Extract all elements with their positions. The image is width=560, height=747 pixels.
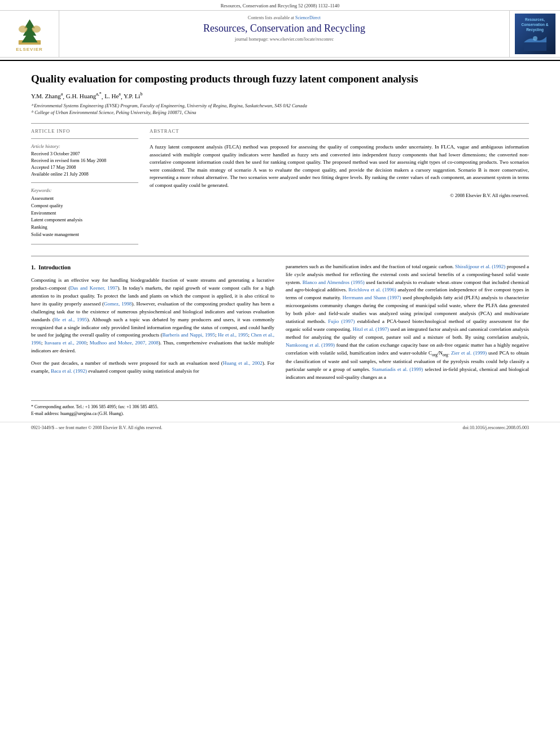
abstract-column: ABSTRACT A fuzzy latent component analys… (150, 128, 529, 249)
section1-number: 1. (31, 264, 36, 270)
affiliation-b: ᵇ College of Urban Environmental Science… (31, 110, 529, 116)
footnote-email: E-mail address: huangg@uregina.ca (G.H. … (31, 410, 529, 417)
ref-itavaara[interactable]: Itavaara et al., 2000 (45, 340, 86, 346)
journal-citation: Resources, Conservation and Recycling 52… (0, 0, 560, 10)
ref-huang-2002[interactable]: Huang et al., 2002 (223, 360, 262, 366)
ref-mudhoo[interactable]: Mudhoo and Mohee, 2007, 2008 (90, 340, 159, 346)
footer-area: * Corresponding author. Tel.: +1 306 585… (0, 400, 560, 417)
ref-namkoong[interactable]: Namkoong et al. (1999) (286, 342, 335, 348)
keywords-list: Assessment Compost quality Environment L… (31, 195, 138, 238)
history-group: Article history: Received 3 October 2007… (31, 143, 138, 177)
ref-gomez[interactable]: Gomez, 1998 (104, 301, 132, 307)
author-huang: G.H. Huanga,* (66, 93, 102, 99)
article-info-label: ARTICLE INFO (31, 128, 138, 134)
ref-zier[interactable]: Zier et al. (1999) (451, 350, 487, 356)
section1-heading: 1. Introduction (31, 263, 274, 272)
journal-cover-area: Resources, Conservation & Recycling (509, 11, 560, 57)
body-para-1: Composting is an effective way for handl… (31, 277, 274, 355)
sciencedirect-notice: Contents lists available at ScienceDirec… (68, 15, 501, 20)
article-title: Quality evaluation for composting produc… (31, 72, 529, 86)
affiliation-a: ᵃ Environmental Systems Engineering (EVS… (31, 103, 529, 110)
page: Resources, Conservation and Recycling 52… (0, 0, 560, 747)
ref-blanco[interactable]: Blanco and Almendros (1995) (303, 279, 365, 285)
keyword-assessment: Assessment (31, 195, 138, 202)
body-left-column: 1. Introduction Composting is an effecti… (31, 263, 274, 387)
svg-rect-5 (524, 42, 546, 51)
author-li: Y.P. Lib (124, 93, 142, 99)
journal-homepage: journal homepage: www.elsevier.com/locat… (68, 37, 501, 42)
ref-hitzl[interactable]: Hitzl et al. (1997) (353, 326, 389, 332)
body-para-3: parameters such as the humification inde… (286, 263, 529, 382)
body-para-2: Over the past decades, a number of metho… (31, 360, 274, 375)
ref-shiralijpour[interactable]: Shiralijpour et al. (1992) (455, 264, 505, 269)
ref-he-1995b[interactable]: He et al., 1995 (218, 332, 248, 338)
elsevier-wordmark: ELSEVIER (16, 47, 43, 52)
history-label: Article history: (31, 143, 138, 149)
affiliations: ᵃ Environmental Systems Engineering (EVS… (31, 103, 529, 116)
authors-line: Y.M. Zhanga, G.H. Huanga,*, L. Hea, Y.P.… (31, 92, 529, 100)
journal-cover-image: Resources, Conservation & Recycling (515, 14, 555, 54)
keyword-solid-waste: Solid waste management (31, 231, 138, 238)
body-columns: 1. Introduction Composting is an effecti… (31, 263, 529, 387)
elsevier-logo-area: ELSEVIER (0, 11, 59, 57)
header-content: ELSEVIER Contents lists available at Sci… (0, 10, 560, 58)
elsevier-logo-icon (14, 16, 45, 47)
ref-reichlova[interactable]: Reichlova et al. (1996) (348, 287, 396, 292)
keyword-environment: Environment (31, 209, 138, 217)
sciencedirect-link[interactable]: ScienceDirect (295, 15, 321, 20)
footer-divider (31, 400, 529, 401)
abstract-label: ABSTRACT (150, 128, 529, 134)
divider-info-bottom (31, 244, 138, 244)
svg-point-4 (32, 25, 41, 33)
accepted-date: Accepted 17 May 2008 (31, 164, 138, 170)
footnote-star: * Corresponding author. Tel.: +1 306 585… (31, 404, 529, 410)
svg-point-3 (18, 25, 27, 33)
revised-date: Received in revised form 16 May 2008 (31, 158, 138, 163)
author-he: L. Hea (104, 93, 121, 99)
available-date: Available online 21 July 2008 (31, 171, 138, 177)
ref-baca[interactable]: Baca et al. (1992) (51, 368, 87, 374)
keyword-ranking: Ranking (31, 224, 138, 231)
journal-header: Resources, Conservation and Recycling 52… (0, 0, 560, 61)
ref-barberis[interactable]: Barberis and Nappi, 1995 (163, 332, 215, 338)
ref-stamatiadis[interactable]: Stamatiadis et al. (1999) (372, 366, 423, 372)
svg-point-6 (533, 36, 537, 41)
ref-fujio[interactable]: Fujio (1997) (328, 318, 355, 324)
divider-header (31, 123, 529, 124)
article-info-column: ARTICLE INFO Article history: Received 3… (31, 128, 138, 249)
abstract-text: A fuzzy latent component analysis (FLCA)… (150, 143, 529, 189)
ref-he-1995[interactable]: He et al., 1995 (54, 317, 87, 322)
keyword-lca: Latent component analysis (31, 216, 138, 224)
journal-title-area: Contents lists available at ScienceDirec… (59, 11, 509, 57)
cover-graphic-icon (524, 34, 546, 51)
copyright-text: © 2008 Elsevier B.V. All rights reserved… (150, 193, 529, 198)
divider-body (31, 256, 529, 256)
body-right-column: parameters such as the humification inde… (286, 263, 529, 387)
divider-keywords (31, 182, 138, 183)
section1-title: Introduction (38, 264, 71, 270)
author-zhang: Y.M. Zhanga (31, 93, 63, 99)
keyword-compost-quality: Compost quality (31, 202, 138, 209)
ref-herrmann[interactable]: Herrmann and Shann (1997) (343, 295, 401, 300)
doi-text: doi:10.1016/j.resconrec.2008.05.003 (462, 425, 529, 430)
divider-abstract-top (150, 138, 529, 139)
received-date: Received 3 October 2007 (31, 151, 138, 156)
elsevier-brand: ELSEVIER (14, 16, 45, 52)
keywords-group: Keywords: Assessment Compost quality Env… (31, 187, 138, 238)
divider-info-top (31, 138, 138, 139)
keywords-label: Keywords: (31, 187, 138, 193)
ref-das-keener[interactable]: Das and Keener, 1997 (70, 285, 117, 291)
article-columns: ARTICLE INFO Article history: Received 3… (31, 128, 529, 249)
article-area: Quality evaluation for composting produc… (0, 61, 560, 397)
bottom-bar: 0921-3449/$ – see front matter © 2008 El… (0, 422, 560, 433)
journal-title: Resources, Conservation and Recycling (68, 23, 501, 34)
issn-text: 0921-3449/$ – see front matter © 2008 El… (31, 425, 163, 430)
